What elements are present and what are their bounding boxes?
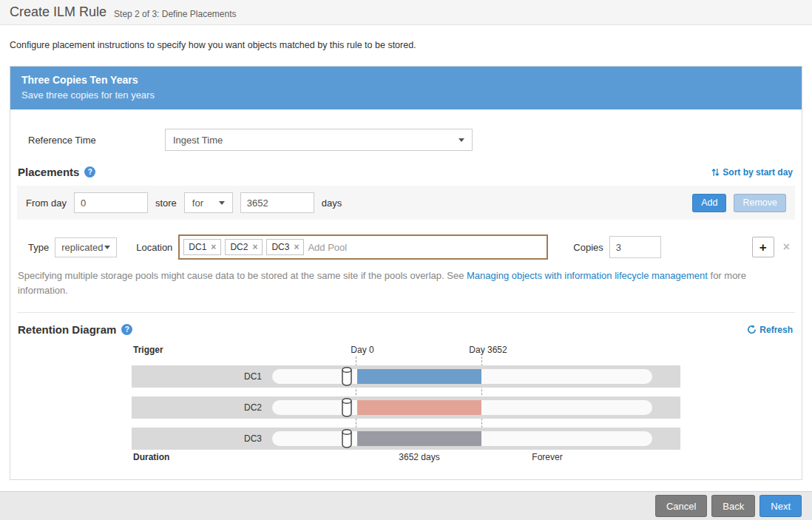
remove-placement-button[interactable]: Remove <box>734 194 786 212</box>
rule-panel: Three Copies Ten Years Save three copies… <box>10 66 802 480</box>
pool-tag-label: DC2 <box>230 242 248 252</box>
copies-label: Copies <box>573 242 603 253</box>
wizard-footer: Cancel Back Next <box>0 491 812 520</box>
refresh-icon <box>747 325 757 334</box>
diagram-bar <box>357 369 481 384</box>
diagram-row-label: DC2 <box>132 396 266 419</box>
sort-by-start-day-link[interactable]: Sort by start day <box>711 167 793 178</box>
trigger-label: Trigger <box>133 345 163 355</box>
intro-text: Configure placement instructions to spec… <box>0 25 812 66</box>
type-select[interactable]: replicated <box>55 237 117 257</box>
pools-overlap-note: Specifying multiple storage pools might … <box>10 260 802 312</box>
note-text-before: Specifying multiple storage pools might … <box>18 270 467 281</box>
page-header: Create ILM Rule Step 2 of 3: Define Plac… <box>0 0 812 25</box>
reference-time-row: Reference Time Ingest Time <box>10 109 802 163</box>
placement-detail-row: Type replicated Location DC1 × DC2 × DC3… <box>10 220 802 260</box>
chevron-down-icon <box>104 246 110 249</box>
from-day-input[interactable] <box>74 192 148 213</box>
pool-tag: DC2 × <box>225 239 263 255</box>
storage-node-icon <box>341 366 353 386</box>
pool-tag: DC3 × <box>266 239 304 255</box>
days-label: days <box>322 197 342 209</box>
sort-icon <box>711 168 720 177</box>
reference-time-select[interactable]: Ingest Time <box>165 129 473 151</box>
remove-tag-icon[interactable]: × <box>211 243 216 251</box>
remove-rule-line-button[interactable]: × <box>780 240 793 254</box>
page-subtitle: Step 2 of 3: Define Placements <box>114 9 236 19</box>
remove-tag-icon[interactable]: × <box>294 243 299 251</box>
retention-heading-group: Retention Diagram ? <box>18 323 132 336</box>
add-pool-input[interactable] <box>308 242 543 253</box>
duration-label: Duration <box>133 452 169 462</box>
refresh-link[interactable]: Refresh <box>747 325 793 335</box>
store-mode-select[interactable]: for <box>184 192 233 213</box>
diagram-bar <box>357 400 481 415</box>
retention-help-icon[interactable]: ? <box>121 324 132 335</box>
placements-help-icon[interactable]: ? <box>84 166 95 178</box>
retention-diagram-heading: Retention Diagram <box>18 323 116 336</box>
refresh-link-label: Refresh <box>759 325 793 335</box>
store-mode-value: for <box>192 197 203 209</box>
pool-tag-label: DC3 <box>271 242 289 252</box>
storage-node-icon <box>341 428 353 448</box>
diagram-row-dc1: DC1 <box>132 365 680 388</box>
store-label: store <box>155 197 177 209</box>
managing-objects-link[interactable]: Managing objects with information lifecy… <box>467 270 708 281</box>
diagram-row-label: DC3 <box>132 428 266 450</box>
duration-days-input[interactable] <box>240 192 314 213</box>
add-rule-line-button[interactable]: + <box>752 237 774 257</box>
location-pool-input[interactable]: DC1 × DC2 × DC3 × <box>178 234 548 260</box>
placements-heading-group: Placements ? <box>18 166 95 178</box>
storage-node-icon <box>341 397 353 417</box>
type-value: replicated <box>61 242 103 253</box>
next-button[interactable]: Next <box>759 495 802 517</box>
pool-tag: DC1 × <box>183 239 221 255</box>
back-button[interactable]: Back <box>711 495 755 517</box>
diagram-bar <box>357 431 481 446</box>
day-start-label: Day 0 <box>351 345 373 355</box>
retention-diagram-header-row: Retention Diagram ? Refresh <box>10 313 802 343</box>
copies-input[interactable] <box>609 236 661 258</box>
duration-value: 3652 days <box>399 452 439 462</box>
add-placement-button[interactable]: Add <box>692 194 726 212</box>
reference-time-label: Reference Time <box>28 135 165 146</box>
type-label: Type <box>28 242 49 253</box>
placements-header-row: Placements ? Sort by start day <box>10 163 802 186</box>
rule-banner: Three Copies Ten Years Save three copies… <box>10 67 802 109</box>
cancel-button[interactable]: Cancel <box>655 495 707 517</box>
day-end-label: Day 3652 <box>469 345 507 355</box>
chevron-down-icon <box>459 138 464 142</box>
location-label: Location <box>136 242 172 253</box>
reference-time-value: Ingest Time <box>173 135 223 146</box>
diagram-row-dc2: DC2 <box>132 396 680 419</box>
page: Create ILM Rule Step 2 of 3: Define Plac… <box>0 0 812 480</box>
rule-name: Three Copies Ten Years <box>21 74 791 86</box>
remove-tag-icon[interactable]: × <box>252 243 257 251</box>
placements-heading: Placements <box>18 166 79 178</box>
diagram-row-label: DC1 <box>132 365 266 388</box>
from-day-label: From day <box>26 197 67 209</box>
page-title: Create ILM Rule <box>10 4 106 20</box>
rule-description: Save three copies for ten years <box>21 90 791 101</box>
diagram-row-dc3: DC3 <box>132 428 680 450</box>
pool-tag-label: DC1 <box>189 242 206 252</box>
placement-period-row: From day store for days Add Remove <box>17 186 795 220</box>
sort-link-label: Sort by start day <box>723 167 793 178</box>
chevron-down-icon <box>219 201 225 205</box>
retention-diagram: Trigger Day 0 Day 3652 DC1 DC2 <box>18 343 794 466</box>
forever-label: Forever <box>532 452 562 462</box>
